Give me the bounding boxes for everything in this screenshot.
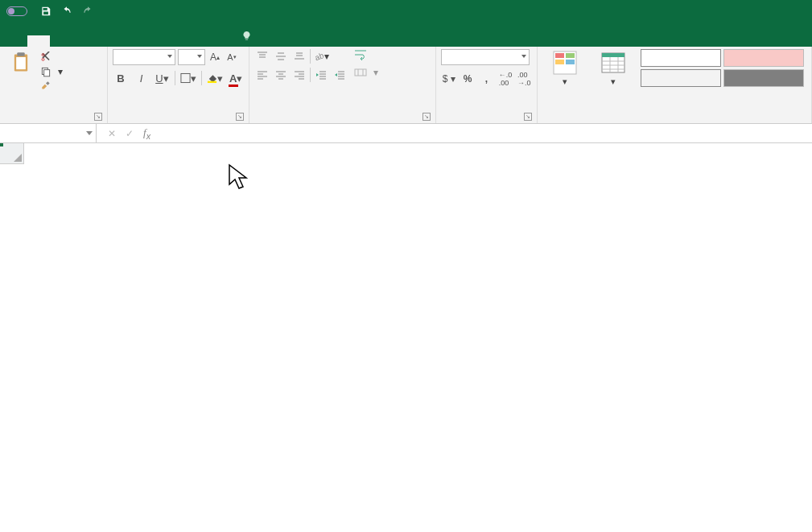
decrease-decimal-button[interactable]: .00→.0 — [517, 71, 532, 87]
scissors-icon — [40, 52, 52, 63]
clipboard-group-label: ↘ — [5, 119, 102, 123]
align-left-button[interactable] — [254, 68, 270, 82]
paste-button[interactable] — [5, 49, 37, 93]
svg-rect-10 — [355, 69, 366, 76]
align-middle-button[interactable] — [273, 49, 289, 64]
style-check-cell[interactable] — [723, 69, 804, 87]
font-group-label: ↘ — [113, 119, 244, 123]
number-format-dropdown[interactable] — [441, 49, 530, 65]
name-box[interactable] — [0, 124, 97, 142]
svg-rect-7 — [181, 73, 190, 82]
underline-button[interactable]: U▾ — [155, 70, 171, 86]
copy-button[interactable]: ▾ — [39, 65, 64, 78]
orientation-button[interactable]: ab▾ — [313, 49, 329, 64]
svg-point-3 — [42, 58, 44, 60]
undo-icon[interactable] — [61, 6, 72, 17]
comma-format-button[interactable]: , — [479, 71, 494, 87]
increase-font-size-button[interactable]: A▴ — [208, 50, 222, 64]
style-calculation[interactable] — [641, 69, 721, 87]
svg-rect-8 — [208, 81, 216, 83]
style-bad[interactable] — [723, 49, 804, 67]
tab-page-layout[interactable] — [72, 35, 95, 47]
svg-rect-6 — [44, 70, 50, 76]
alignment-dialog-launcher[interactable]: ↘ — [422, 113, 431, 121]
align-bottom-button[interactable] — [291, 49, 307, 64]
decrease-font-size-button[interactable]: A▾ — [225, 50, 239, 64]
insert-function-button[interactable]: fx — [143, 126, 150, 141]
tab-view[interactable] — [163, 35, 185, 47]
alignment-group-label: ↘ — [254, 119, 431, 123]
autosave-toggle[interactable] — [3, 6, 27, 16]
number-dialog-launcher[interactable]: ↘ — [524, 113, 532, 121]
orientation-icon: ab — [313, 51, 324, 62]
tab-file[interactable] — [5, 35, 27, 47]
conditional-formatting-button[interactable]: ▾ — [542, 49, 587, 87]
tell-me-search[interactable] — [241, 25, 257, 47]
cancel-formula-button[interactable]: ✕ — [108, 128, 116, 139]
decrease-indent-icon — [315, 70, 327, 80]
tab-review[interactable] — [140, 35, 163, 47]
align-right-icon — [294, 70, 305, 80]
increase-indent-icon — [334, 70, 345, 80]
merge-icon — [354, 67, 367, 78]
font-size-dropdown[interactable] — [178, 49, 205, 65]
italic-button[interactable]: I — [134, 70, 150, 86]
align-center-icon — [275, 70, 286, 80]
align-right-button[interactable] — [291, 68, 307, 82]
align-left-icon — [257, 70, 268, 80]
save-icon[interactable] — [40, 6, 52, 17]
clipboard-dialog-launcher[interactable]: ↘ — [94, 113, 102, 121]
align-center-button[interactable] — [273, 68, 289, 82]
title-bar — [0, 0, 812, 23]
format-painter-button[interactable] — [39, 80, 64, 93]
style-normal[interactable] — [641, 49, 721, 67]
bucket-icon — [207, 72, 217, 84]
increase-indent-button[interactable] — [332, 68, 348, 82]
tab-help[interactable] — [185, 35, 208, 47]
font-name-dropdown[interactable] — [113, 49, 175, 65]
redo-icon[interactable] — [82, 6, 93, 17]
svg-rect-13 — [566, 53, 575, 58]
percent-format-button[interactable]: % — [460, 71, 475, 87]
tab-home[interactable] — [27, 35, 50, 47]
select-all-corner[interactable] — [0, 143, 24, 164]
svg-rect-1 — [17, 52, 24, 56]
tab-formulas[interactable] — [95, 35, 117, 47]
align-top-icon — [257, 52, 268, 61]
formula-input[interactable] — [162, 131, 812, 136]
align-top-button[interactable] — [254, 49, 270, 64]
tab-design[interactable] — [208, 35, 230, 47]
svg-rect-15 — [566, 60, 575, 64]
svg-rect-2 — [16, 57, 26, 69]
cut-button[interactable] — [39, 51, 64, 64]
number-group-label: ↘ — [441, 119, 532, 123]
merge-center-button[interactable]: ▾ — [354, 67, 378, 78]
spreadsheet-area — [0, 143, 812, 532]
format-as-table-button[interactable]: ▾ — [591, 49, 636, 87]
copy-icon — [40, 66, 52, 77]
ribbon-tabs — [0, 23, 812, 47]
increase-decimal-button[interactable]: ←.0.00 — [497, 71, 513, 87]
decrease-indent-button[interactable] — [313, 68, 329, 82]
fill-color-button[interactable]: ▾ — [207, 70, 223, 86]
brush-icon — [40, 80, 52, 92]
lightbulb-icon — [241, 31, 252, 41]
border-button[interactable]: ▾ — [180, 70, 196, 86]
align-middle-icon — [275, 52, 286, 61]
align-bottom-icon — [294, 52, 305, 61]
enter-formula-button[interactable]: ✓ — [126, 128, 134, 139]
bold-button[interactable]: B — [113, 70, 129, 86]
conditional-formatting-icon — [551, 49, 579, 76]
tab-insert[interactable] — [50, 35, 72, 47]
format-as-table-icon — [600, 49, 627, 76]
ribbon: ▾ ↘ A▴ A▾ B I U▾ ▾ ▾ A▾ — [0, 47, 812, 124]
font-dialog-launcher[interactable]: ↘ — [236, 113, 244, 121]
svg-rect-17 — [602, 53, 624, 57]
wrap-text-icon — [354, 49, 367, 60]
accounting-format-button[interactable]: $ ▾ — [441, 71, 456, 87]
tab-data[interactable] — [117, 35, 140, 47]
font-color-button[interactable]: A▾ — [228, 70, 244, 86]
contextual-tab-label — [384, 10, 397, 13]
wrap-text-button[interactable] — [354, 49, 378, 60]
svg-text:ab: ab — [314, 51, 324, 62]
